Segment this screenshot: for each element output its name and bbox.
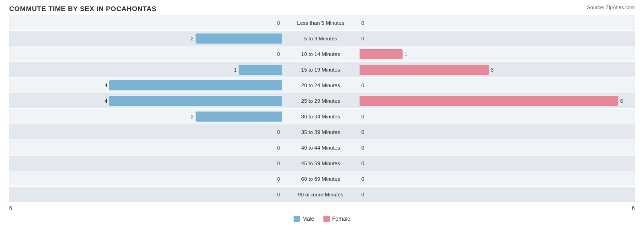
female-bar (360, 96, 618, 106)
right-section: 6 (360, 93, 632, 108)
male-value: 4 (100, 98, 107, 104)
row-label: 15 to 19 Minutes (282, 67, 360, 73)
left-section: 2 (9, 109, 282, 124)
row-label: 25 to 29 Minutes (282, 98, 360, 104)
bar-row: 010 to 14 Minutes1 (9, 46, 635, 61)
row-label: 35 to 39 Minutes (282, 129, 360, 135)
axis-left: 6 (9, 204, 322, 213)
bar-row: 420 to 24 Minutes0 (9, 78, 635, 93)
male-value: 2 (186, 36, 194, 41)
male-value: 4 (100, 83, 107, 88)
bar-row: 040 to 44 Minutes0 (9, 140, 635, 155)
row-label: 10 to 14 Minutes (282, 51, 360, 57)
left-section: 0 (9, 140, 282, 155)
bar-row: 425 to 29 Minutes6 (9, 93, 635, 108)
left-section: 1 (9, 62, 282, 77)
right-section: 0 (360, 78, 632, 93)
chart-title: COMMUTE TIME BY SEX IN POCAHONTAS (9, 5, 635, 12)
female-value: 6 (620, 98, 628, 104)
left-section: 0 (9, 46, 282, 61)
right-section: 3 (360, 62, 632, 77)
female-value: 0 (361, 192, 369, 197)
female-bar (360, 49, 403, 59)
bar-row: 035 to 39 Minutes0 (9, 124, 635, 140)
male-bar (109, 80, 282, 90)
male-bar (196, 112, 282, 122)
axis-left-val: 6 (9, 205, 12, 212)
female-value: 0 (361, 161, 369, 166)
bar-row: 115 to 19 Minutes3 (9, 62, 635, 77)
male-value: 2 (186, 114, 194, 119)
right-section: 0 (360, 124, 632, 140)
row-label: 40 to 44 Minutes (282, 145, 360, 151)
female-bar (360, 65, 489, 75)
female-value: 0 (361, 36, 369, 41)
row-label: 45 to 59 Minutes (282, 161, 360, 166)
chart-container: COMMUTE TIME BY SEX IN POCAHONTAS Source… (0, 0, 644, 240)
bar-row: 0Less than 5 Minutes0 (9, 15, 635, 30)
legend-male-label: Male (302, 216, 314, 222)
female-value: 0 (361, 129, 369, 135)
bar-row: 045 to 59 Minutes0 (9, 156, 635, 171)
bottom-axis: 6 6 (9, 204, 635, 213)
male-value: 1 (229, 67, 237, 73)
legend-male: Male (294, 216, 314, 222)
row-label: 20 to 24 Minutes (282, 83, 360, 88)
axis-right-val: 6 (632, 205, 635, 212)
male-value: 0 (273, 176, 280, 182)
right-section: 0 (360, 156, 632, 171)
right-section: 0 (360, 171, 632, 186)
right-section: 1 (360, 46, 632, 61)
legend: Male Female (9, 216, 635, 222)
left-section: 2 (9, 31, 282, 46)
male-bar (109, 96, 282, 106)
right-section: 0 (360, 15, 632, 30)
male-value: 0 (273, 20, 280, 26)
male-value: 0 (273, 161, 280, 166)
right-section: 0 (360, 140, 632, 155)
bar-row: 230 to 34 Minutes0 (9, 109, 635, 124)
bar-row: 25 to 9 Minutes0 (9, 31, 635, 46)
row-label: Less than 5 Minutes (282, 20, 360, 26)
right-section: 0 (360, 31, 632, 46)
left-section: 0 (9, 171, 282, 186)
left-section: 0 (9, 124, 282, 140)
legend-male-box (294, 216, 300, 222)
right-section: 0 (360, 187, 632, 202)
bar-row: 090 or more Minutes0 (9, 187, 635, 202)
legend-female-box (323, 216, 330, 222)
female-value: 3 (491, 67, 498, 73)
left-section: 0 (9, 15, 282, 30)
left-section: 0 (9, 156, 282, 171)
male-value: 0 (273, 129, 280, 135)
right-section: 0 (360, 109, 632, 124)
left-section: 4 (9, 93, 282, 108)
row-label: 60 to 89 Minutes (282, 176, 360, 182)
row-label: 90 or more Minutes (282, 192, 360, 197)
chart-body: 0Less than 5 Minutes025 to 9 Minutes0010… (9, 15, 635, 202)
left-section: 4 (9, 78, 282, 93)
female-value: 0 (361, 83, 369, 88)
legend-female: Female (323, 216, 350, 222)
male-bar (239, 65, 282, 75)
female-value: 0 (361, 145, 369, 151)
source-label: Source: ZipAtlas.com (587, 5, 635, 10)
axis-right: 6 (322, 204, 635, 213)
female-value: 0 (361, 20, 369, 26)
left-section: 0 (9, 187, 282, 202)
male-bar (196, 33, 282, 44)
legend-female-label: Female (332, 216, 350, 222)
female-value: 0 (361, 114, 369, 119)
male-value: 0 (273, 192, 280, 197)
row-label: 5 to 9 Minutes (282, 36, 360, 41)
female-value: 0 (361, 176, 369, 182)
row-label: 30 to 34 Minutes (282, 114, 360, 119)
female-value: 1 (404, 51, 412, 57)
bar-row: 060 to 89 Minutes0 (9, 171, 635, 186)
male-value: 0 (273, 145, 280, 151)
male-value: 0 (273, 51, 280, 57)
